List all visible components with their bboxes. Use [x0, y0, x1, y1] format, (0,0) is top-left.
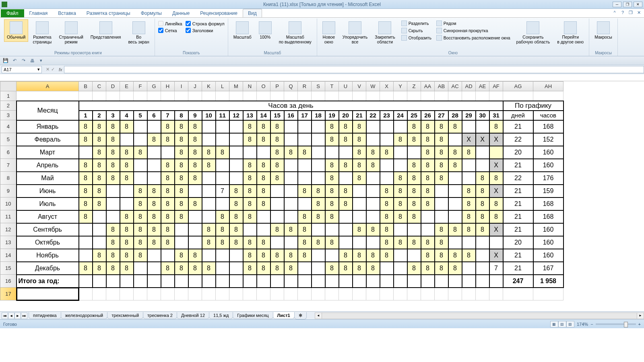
cell[interactable]: [407, 288, 421, 300]
ribbon-button[interactable]: Упорядочитьвсе: [340, 19, 370, 46]
cell[interactable]: [243, 146, 257, 159]
cell[interactable]: [229, 159, 243, 172]
fx-icon[interactable]: fx: [57, 67, 64, 72]
column-header[interactable]: AF: [489, 82, 503, 91]
cell[interactable]: [134, 159, 147, 172]
cell[interactable]: [407, 249, 421, 262]
cell[interactable]: [312, 223, 325, 236]
cell[interactable]: 8: [134, 223, 147, 236]
cell[interactable]: [366, 133, 380, 146]
sheet-nav-prev[interactable]: ◄: [8, 313, 14, 319]
cell[interactable]: 8: [421, 172, 435, 185]
cell[interactable]: 8: [216, 146, 229, 159]
cell[interactable]: 18: [312, 111, 325, 120]
cell[interactable]: 8: [106, 223, 120, 236]
sheet-tab[interactable]: железнодорожный: [61, 312, 108, 319]
cell[interactable]: 8: [325, 172, 339, 185]
cell[interactable]: 8: [161, 185, 175, 197]
cell[interactable]: 8: [243, 120, 257, 133]
cell[interactable]: [270, 275, 284, 288]
column-header[interactable]: C: [93, 82, 106, 91]
cell[interactable]: 1: [79, 111, 93, 120]
cell[interactable]: [216, 262, 229, 275]
cell[interactable]: 4: [120, 111, 134, 120]
cell[interactable]: 8: [325, 197, 339, 210]
cell[interactable]: [270, 210, 284, 223]
cell[interactable]: [284, 197, 298, 210]
cell[interactable]: 8: [325, 210, 339, 223]
zoom-out-button[interactable]: −: [590, 322, 593, 327]
cell[interactable]: 160: [533, 146, 564, 159]
ribbon-button[interactable]: Масштабпо выделенному: [276, 19, 314, 46]
cell[interactable]: 8: [476, 210, 489, 223]
cell[interactable]: [284, 236, 298, 249]
cell[interactable]: [188, 91, 202, 101]
cell[interactable]: 247: [503, 275, 533, 288]
cell[interactable]: [93, 236, 106, 249]
cell[interactable]: [298, 262, 312, 275]
cell[interactable]: 8: [325, 133, 339, 146]
row-header[interactable]: 1: [0, 91, 17, 101]
cell[interactable]: 8: [257, 172, 270, 185]
cell[interactable]: 8: [161, 210, 175, 223]
minimize-ribbon-icon[interactable]: ^: [612, 10, 617, 15]
cell[interactable]: [216, 275, 229, 288]
cell[interactable]: [339, 236, 353, 249]
cell[interactable]: [229, 275, 243, 288]
ribbon-small-button[interactable]: Отобразить: [400, 35, 432, 41]
cell[interactable]: [476, 146, 489, 159]
cell[interactable]: 8: [120, 159, 134, 172]
cell[interactable]: X: [489, 223, 503, 236]
cell[interactable]: 8: [79, 210, 93, 223]
cell[interactable]: 8: [161, 223, 175, 236]
row-header[interactable]: 2: [0, 101, 17, 111]
cell[interactable]: 8: [93, 249, 106, 262]
cell[interactable]: 8: [298, 249, 312, 262]
cell[interactable]: [325, 91, 339, 101]
cell[interactable]: 8: [161, 133, 175, 146]
cell[interactable]: [353, 91, 366, 101]
cell[interactable]: [229, 91, 243, 101]
cell[interactable]: 8: [353, 223, 366, 236]
cell[interactable]: 8: [120, 236, 134, 249]
cell[interactable]: 8: [229, 197, 243, 210]
cell[interactable]: 8: [134, 210, 147, 223]
cell[interactable]: 8: [407, 210, 421, 223]
ribbon-small-button[interactable]: Скрыть: [400, 27, 432, 34]
cell[interactable]: 8: [243, 172, 257, 185]
cell[interactable]: [147, 249, 161, 262]
cell[interactable]: [229, 288, 243, 300]
cell[interactable]: 8: [312, 210, 325, 223]
cell[interactable]: 8: [312, 185, 325, 197]
cell[interactable]: 8: [257, 262, 270, 275]
row-header[interactable]: 8: [0, 172, 17, 185]
cell[interactable]: 28: [448, 111, 462, 120]
cell[interactable]: [134, 133, 147, 146]
cell[interactable]: 8: [435, 159, 448, 172]
cell[interactable]: [339, 223, 353, 236]
cell[interactable]: 8: [134, 146, 147, 159]
cell[interactable]: 8: [79, 197, 93, 210]
cell[interactable]: 8: [353, 120, 366, 133]
cell[interactable]: 8: [79, 185, 93, 197]
cell[interactable]: 27: [435, 111, 448, 120]
cell[interactable]: 8: [448, 120, 462, 133]
cell[interactable]: 13: [243, 111, 257, 120]
cell[interactable]: [188, 288, 202, 300]
cell[interactable]: 160: [533, 223, 564, 236]
cell[interactable]: [380, 133, 394, 146]
cell[interactable]: Февраль: [17, 133, 79, 146]
cell[interactable]: 8: [421, 197, 435, 210]
ruler-checkbox[interactable]: Линейка: [158, 21, 182, 26]
cell[interactable]: [448, 91, 462, 101]
horizontal-scrollbar[interactable]: [315, 313, 644, 319]
cell[interactable]: [298, 197, 312, 210]
cell[interactable]: [216, 133, 229, 146]
cell[interactable]: 8: [134, 185, 147, 197]
cell[interactable]: 8: [175, 146, 188, 159]
cell[interactable]: [312, 91, 325, 101]
cell[interactable]: 176: [533, 172, 564, 185]
cell[interactable]: 8: [435, 133, 448, 146]
cell[interactable]: [325, 275, 339, 288]
cell[interactable]: 22: [503, 133, 533, 146]
